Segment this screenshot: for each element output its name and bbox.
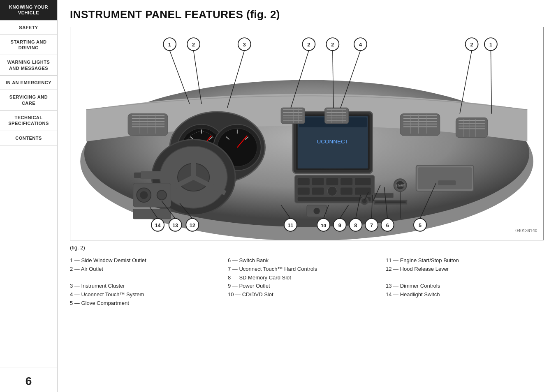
sidebar-item-warning-lights[interactable]: WARNING LIGHTS AND MESSAGES [0, 55, 57, 76]
svg-point-46 [327, 187, 337, 196]
sidebar-item-in-an-emergency[interactable]: IN AN EMERGENCY [0, 76, 57, 90]
svg-rect-52 [281, 108, 305, 124]
svg-text:6: 6 [386, 223, 389, 228]
svg-rect-88 [418, 167, 472, 189]
sidebar-item-servicing-and-care[interactable]: SERVICING AND CARE [0, 90, 57, 111]
sidebar-item-contents[interactable]: CONTENTS [0, 131, 57, 145]
svg-text:9: 9 [338, 223, 341, 228]
svg-rect-45 [312, 187, 324, 194]
svg-rect-42 [341, 178, 352, 185]
svg-point-93 [157, 190, 167, 200]
sidebar: KNOWING YOUR VEHICLE SAFETY STARTING AND… [0, 0, 58, 392]
svg-rect-31 [140, 171, 176, 179]
svg-text:3: 3 [243, 42, 246, 48]
svg-rect-32 [134, 173, 141, 178]
page-title: INSTRUMENT PANEL FEATURES (fig. 2) [70, 8, 544, 21]
svg-rect-44 [298, 187, 310, 194]
svg-text:10: 10 [321, 223, 326, 228]
instrument-panel-image: UCONNECT [70, 27, 544, 240]
svg-rect-70 [400, 114, 440, 136]
sidebar-item-technical-specifications[interactable]: TECHNICAL SPECIFICATIONS [0, 111, 57, 131]
svg-text:2: 2 [470, 42, 473, 48]
legend-col-2: 6 — Switch Bank 7 — Uconnect Touch™ Hard… [228, 256, 386, 384]
legend-col-3: 11 — Engine Start/Stop Button 12 — Hood … [386, 256, 544, 384]
sidebar-item-safety[interactable]: SAFETY [0, 21, 57, 35]
main-content: INSTRUMENT PANEL FEATURES (fig. 2) [58, 0, 556, 392]
page-number: 6 [0, 367, 57, 392]
svg-text:040136140: 040136140 [515, 228, 537, 233]
svg-point-51 [313, 208, 320, 214]
svg-point-98 [362, 198, 367, 203]
legend-area: 1 — Side Window Demist Outlet 2 — Air Ou… [70, 256, 544, 384]
svg-text:2: 2 [331, 42, 334, 48]
svg-text:2: 2 [192, 42, 195, 48]
svg-rect-48 [355, 187, 371, 194]
svg-text:12: 12 [190, 223, 195, 228]
svg-rect-40 [312, 178, 324, 185]
svg-text:8: 8 [354, 223, 357, 228]
svg-text:4: 4 [359, 42, 362, 48]
svg-rect-96 [375, 201, 405, 203]
svg-rect-47 [341, 187, 352, 194]
svg-rect-41 [326, 178, 338, 185]
svg-text:14: 14 [155, 223, 161, 228]
svg-rect-61 [324, 108, 348, 124]
svg-text:5: 5 [419, 223, 422, 228]
svg-text:START: START [396, 184, 405, 187]
svg-rect-39 [298, 178, 310, 185]
svg-point-92 [140, 191, 148, 199]
svg-text:7: 7 [370, 223, 373, 228]
legend-col-1: 1 — Side Window Demist Outlet 2 — Air Ou… [70, 256, 228, 384]
svg-line-146 [491, 51, 491, 114]
svg-rect-89 [438, 180, 456, 185]
sidebar-item-starting-and-driving[interactable]: STARTING AND DRIVING [0, 35, 57, 55]
sidebar-item-knowing-your-vehicle[interactable]: KNOWING YOUR VEHICLE [0, 0, 57, 21]
svg-text:1: 1 [489, 42, 492, 48]
svg-text:UCONNECT: UCONNECT [317, 138, 349, 145]
svg-text:11: 11 [287, 223, 293, 228]
svg-text:2: 2 [307, 42, 310, 48]
svg-text:1: 1 [168, 42, 171, 48]
fig-caption: (fig. 2) [70, 244, 544, 251]
svg-text:13: 13 [172, 223, 178, 228]
svg-rect-43 [355, 178, 371, 185]
